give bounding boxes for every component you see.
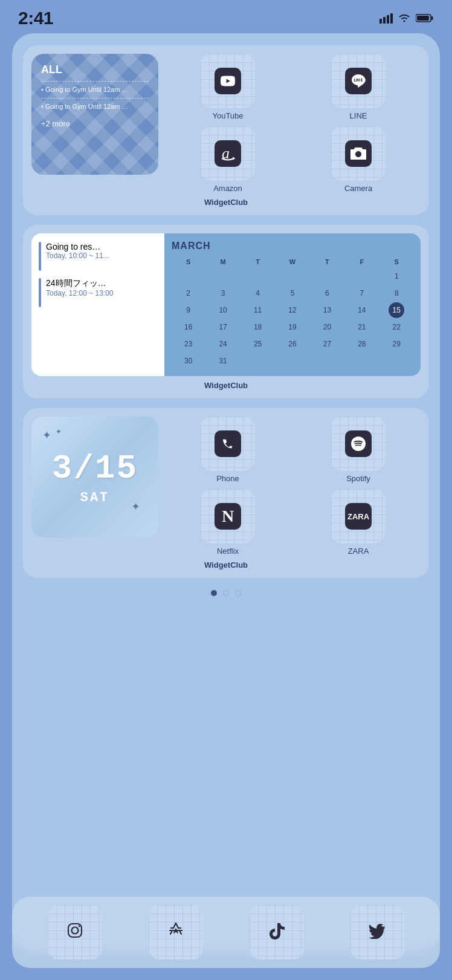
cal-day-29: 29 — [389, 336, 404, 352]
more-label: +2 more — [41, 119, 149, 128]
zara-app-icon[interactable]: ZARA — [331, 489, 386, 544]
cal-day-23: 23 — [181, 336, 196, 352]
event-time-2: Today, 12:00 ~ 13:00 — [46, 289, 114, 297]
calendar-section: Going to res… Today, 10:00 ~ 11... 24時間フ… — [31, 233, 421, 376]
cal-day-21: 21 — [354, 319, 370, 335]
cal-month: MARCH — [172, 241, 413, 251]
section2-widget-label: WidgetClub — [31, 381, 421, 390]
app-camera-wrapper: Camera — [296, 126, 421, 193]
instagram-icon — [65, 921, 85, 944]
netflix-n-icon: N — [222, 507, 234, 526]
app-netflix-wrapper: N Netflix — [166, 489, 290, 556]
line-label: LINE — [350, 111, 367, 120]
app-grid-1: YouTube LINE — [166, 54, 421, 193]
amazon-icon: a — [219, 145, 236, 162]
cal-day-14: 14 — [354, 302, 370, 318]
phone-icon-inner — [215, 430, 241, 457]
svg-rect-0 — [379, 19, 382, 24]
cal-header-w: W — [276, 256, 309, 267]
svg-rect-2 — [387, 15, 389, 24]
camera-label: Camera — [344, 184, 372, 193]
dock-appstore[interactable] — [149, 905, 203, 959]
svg-rect-5 — [431, 16, 433, 20]
svg-point-12 — [71, 927, 78, 933]
camera-app-icon[interactable] — [331, 126, 386, 181]
phone-label: Phone — [216, 474, 239, 483]
phone-icon — [220, 436, 236, 452]
section-1: ALL • Going to Gym Until 12am ... • Goin… — [23, 45, 429, 215]
sparkle-2: ✦ — [56, 427, 62, 436]
cal-day-22: 22 — [389, 319, 404, 335]
cal-header-t2: T — [311, 256, 344, 267]
app-spotify-wrapper: Spotify — [296, 417, 421, 483]
cal-empty-5 — [319, 268, 335, 284]
cal-empty-1 — [181, 268, 196, 284]
section-3: ✦ ✦ 3/15 SAT ✦ Phone — [23, 408, 429, 578]
youtube-icon — [221, 76, 235, 86]
spotify-label: Spotify — [346, 474, 370, 483]
event-text-2: 24時間フィッ… Today, 12:00 ~ 13:00 — [46, 278, 114, 297]
cal-day-30: 30 — [181, 353, 196, 369]
svg-point-13 — [78, 925, 80, 927]
cal-day-15-today: 15 — [389, 302, 404, 318]
cal-grid: S M T W T F S 1 2 3 — [172, 256, 413, 369]
app-zara-wrapper: ZARA ZARA — [296, 489, 421, 556]
line-app-icon[interactable] — [331, 54, 386, 108]
amazon-app-icon[interactable]: a — [201, 126, 255, 181]
phone-screen: ALL • Going to Gym Until 12am ... • Goin… — [12, 33, 440, 952]
battery-icon — [416, 13, 434, 23]
signal-icon — [379, 13, 393, 24]
amazon-icon-inner: a — [215, 140, 241, 167]
dock-instagram[interactable] — [48, 905, 102, 959]
dot-2 — [223, 590, 229, 596]
line-icon — [350, 73, 367, 89]
cal-day-16: 16 — [181, 319, 196, 335]
cal-empty-4 — [285, 268, 300, 284]
event-item-1: • Going to Gym Until 12am ... — [41, 81, 149, 98]
youtube-app-icon[interactable] — [201, 54, 255, 108]
event-bar-2 — [39, 278, 41, 307]
sparkle-1: ✦ — [42, 429, 51, 442]
phone-app-icon[interactable] — [201, 417, 255, 471]
date-widget[interactable]: ✦ ✦ 3/15 SAT ✦ — [31, 417, 158, 537]
cal-day-4: 4 — [250, 285, 266, 301]
cal-header-s2: S — [380, 256, 413, 267]
cal-header-t1: T — [241, 256, 274, 267]
dock-twitter[interactable] — [350, 905, 405, 959]
netflix-app-icon[interactable]: N — [201, 489, 255, 544]
cal-day-1: 1 — [389, 268, 404, 284]
spotify-app-icon[interactable] — [331, 417, 386, 471]
cal-day-6: 6 — [319, 285, 335, 301]
cal-empty-2 — [215, 268, 231, 284]
cal-header-s1: S — [172, 256, 205, 267]
all-label: ALL — [41, 63, 149, 76]
zara-icon-inner: ZARA — [345, 503, 372, 530]
section1-widget-label: WidgetClub — [31, 198, 421, 207]
cal-day-3: 3 — [215, 285, 231, 301]
cal-day-31: 31 — [215, 353, 231, 369]
cal-day-25: 25 — [250, 336, 266, 352]
cal-day-27: 27 — [319, 336, 335, 352]
cal-day-26: 26 — [285, 336, 300, 352]
section-2: Going to res… Today, 10:00 ~ 11... 24時間フ… — [23, 225, 429, 398]
calendar-widget[interactable]: ALL • Going to Gym Until 12am ... • Goin… — [31, 54, 158, 175]
cal-empty-6 — [354, 268, 370, 284]
calendar-panel: MARCH S M T W T F S 1 — [164, 233, 421, 376]
cal-day-10: 10 — [215, 302, 231, 318]
camera-icon — [350, 146, 367, 161]
svg-rect-6 — [417, 16, 429, 21]
dock-tiktok[interactable] — [250, 905, 304, 959]
camera-icon-inner — [345, 140, 372, 167]
cal-header-m: M — [206, 256, 239, 267]
spotify-icon — [350, 435, 367, 452]
event-time-1: Today, 10:00 ~ 11... — [46, 251, 109, 260]
svg-rect-3 — [390, 13, 393, 24]
sparkle-3: ✦ — [131, 500, 140, 513]
event-row-1: Going to res… Today, 10:00 ~ 11... — [39, 242, 157, 271]
cal-day-5: 5 — [285, 285, 300, 301]
line-icon-inner — [345, 68, 372, 94]
top-section: ALL • Going to Gym Until 12am ... • Goin… — [31, 54, 421, 193]
event-item-2: • Going to Gym Until 12am ... — [41, 98, 149, 115]
tiktok-icon — [268, 921, 285, 944]
cal-header-f: F — [345, 256, 378, 267]
